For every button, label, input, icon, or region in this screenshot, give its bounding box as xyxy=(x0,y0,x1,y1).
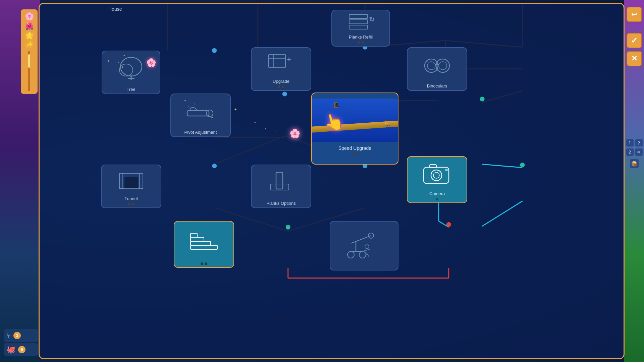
cancel-button[interactable]: ✕ xyxy=(627,51,642,66)
svg-line-79 xyxy=(351,236,371,243)
svg-rect-59 xyxy=(124,177,138,188)
house-label: House xyxy=(108,6,122,12)
node-pivot[interactable]: ↰ Pivot Adjustment xyxy=(170,94,231,137)
sparkle-tree-3: + xyxy=(123,54,125,57)
character-count: 9 xyxy=(18,346,25,353)
character-button[interactable]: 🐙 9 xyxy=(4,343,38,356)
svg-line-11 xyxy=(482,91,523,103)
camera-dots xyxy=(436,198,438,200)
node-planks-options[interactable]: Planks Options xyxy=(251,165,311,208)
undo-button[interactable]: ↩ xyxy=(627,7,642,22)
main-skill-tree-container: House + ✦ + Tree 🌸 ↻ xyxy=(39,3,625,359)
planks-refill-dots xyxy=(358,41,364,44)
svg-point-66 xyxy=(433,172,439,178)
node-pivot-label: Pivot Adjustment xyxy=(182,128,219,136)
svg-point-30 xyxy=(480,97,485,101)
svg-point-31 xyxy=(520,163,525,167)
svg-text:↰: ↰ xyxy=(187,105,190,109)
node-planks-refill[interactable]: ↻ Planks Refill xyxy=(331,10,390,47)
node-tree-label: Tree xyxy=(124,85,137,94)
char-4: ✨ xyxy=(25,41,33,48)
char-1: 🌸 xyxy=(25,12,34,21)
svg-point-65 xyxy=(431,170,442,181)
svg-rect-42 xyxy=(349,25,368,29)
node-speed-upgrade[interactable]: 👆 🏃 🎩 Speed Upgrade xyxy=(311,93,398,165)
node-speed-upgrade-label: Speed Upgrade xyxy=(336,144,373,153)
node-tree[interactable]: + ✦ + Tree 🌸 xyxy=(102,51,160,94)
svg-line-16 xyxy=(439,221,449,227)
tunnel-dots xyxy=(128,203,135,205)
sparkle-2: + xyxy=(244,114,246,117)
svg-point-29 xyxy=(286,225,290,230)
sparkle-3: + xyxy=(254,121,256,124)
node-tunnel[interactable]: Tunnel xyxy=(101,165,161,208)
node-planks-options-label: Planks Options xyxy=(264,199,298,207)
branch-button[interactable]: ⑂ 3 xyxy=(4,329,38,342)
char-3: ⭐ xyxy=(25,32,34,40)
svg-rect-72 xyxy=(191,233,197,237)
sparkle-pivot-2: + xyxy=(194,103,196,106)
svg-point-68 xyxy=(445,169,448,171)
upgrade-dots xyxy=(278,85,284,88)
branch-count: 3 xyxy=(13,332,21,339)
svg-point-25 xyxy=(282,92,287,97)
sidebar-left: 🌸 🌺 ⭐ ✨ xyxy=(0,0,39,362)
svg-rect-41 xyxy=(349,20,368,24)
svg-point-75 xyxy=(347,251,354,258)
speed-upgrade-dots xyxy=(352,153,358,155)
node-upgrade-label: Upgrade xyxy=(271,77,291,85)
sparkle-1: ✦ xyxy=(234,108,237,111)
svg-line-6 xyxy=(214,136,285,164)
svg-rect-71 xyxy=(191,237,204,241)
node-camera-label: Camera xyxy=(427,190,447,198)
sparkle-5: + xyxy=(274,129,276,133)
svg-line-10 xyxy=(445,41,523,47)
svg-text:↻: ↻ xyxy=(369,16,374,23)
svg-text:+: + xyxy=(118,61,119,64)
character-on-tree: 🌸 xyxy=(146,58,156,67)
character-icon: 🐙 xyxy=(6,345,15,354)
svg-point-28 xyxy=(212,164,217,168)
svg-rect-54 xyxy=(187,111,209,116)
stairs-dots xyxy=(201,262,207,265)
speed-upgrade-preview: 👆 🏃 🎩 xyxy=(312,99,398,142)
svg-text:+: + xyxy=(287,55,291,64)
svg-rect-70 xyxy=(191,241,211,245)
sidebar-right: ↩ ✓ ✕ 1 ? 2 ✏ 📦 xyxy=(625,0,644,362)
node-upgrade[interactable]: + Upgrade xyxy=(251,47,311,91)
num1-button[interactable]: 1 xyxy=(626,139,634,147)
num2-button[interactable]: 2 xyxy=(626,148,634,156)
node-tunnel-label: Tunnel xyxy=(122,195,140,203)
svg-point-52 xyxy=(439,62,447,70)
char-2: 🌺 xyxy=(25,22,34,30)
sparkle-pivot-1: ✦ xyxy=(184,99,186,103)
svg-point-32 xyxy=(446,222,451,227)
svg-text:✦: ✦ xyxy=(121,65,124,69)
node-stairs[interactable] xyxy=(174,221,234,268)
node-binoculars[interactable]: Binoculars xyxy=(407,47,467,91)
floating-character: 🌸 xyxy=(289,128,300,139)
node-planks-refill-label: Planks Refill xyxy=(347,33,375,41)
svg-line-17 xyxy=(482,201,523,226)
svg-rect-44 xyxy=(269,54,285,68)
chest-button[interactable]: 📦 xyxy=(630,159,639,168)
svg-point-76 xyxy=(359,251,366,258)
svg-point-51 xyxy=(427,62,435,70)
node-binoculars-label: Binoculars xyxy=(425,82,449,90)
node-catapult[interactable] xyxy=(330,221,398,270)
sparkle-tree-2: + xyxy=(115,62,117,66)
svg-point-24 xyxy=(212,48,217,53)
svg-rect-40 xyxy=(349,14,368,18)
node-camera[interactable]: Camera xyxy=(407,156,467,203)
svg-line-14 xyxy=(482,164,523,168)
svg-rect-69 xyxy=(191,245,217,249)
help-button[interactable]: ? xyxy=(635,139,643,147)
confirm-button[interactable]: ✓ xyxy=(627,33,642,48)
svg-point-81 xyxy=(365,245,369,249)
sparkle-tree-1: ✦ xyxy=(107,59,110,63)
svg-line-85 xyxy=(367,253,369,257)
sparkle-4: ✦ xyxy=(264,128,266,130)
svg-rect-62 xyxy=(276,172,283,189)
pencil-button[interactable]: ✏ xyxy=(635,148,643,156)
sparkle-pivot-3: ✦ xyxy=(211,116,213,120)
